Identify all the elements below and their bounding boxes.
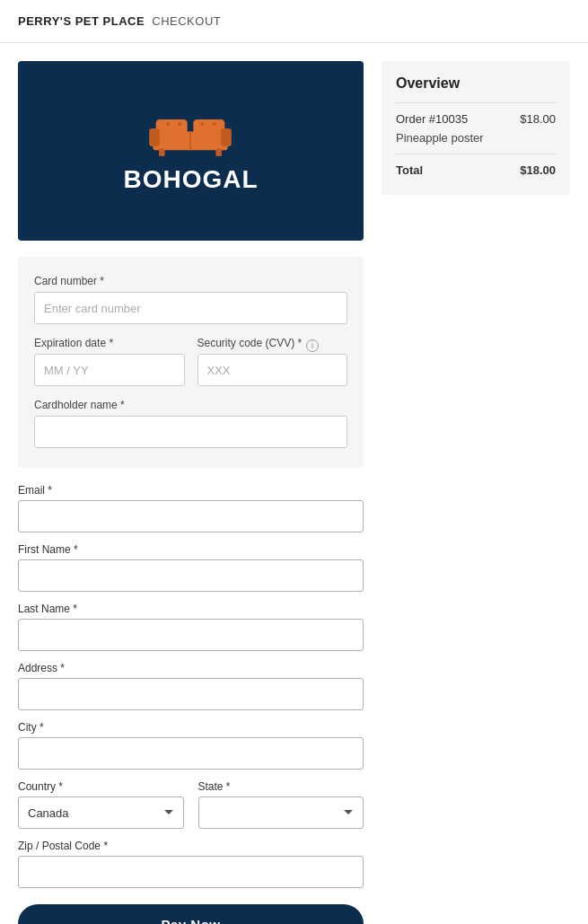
main-content: BOHOGAL Card number * Expiration date * [0,43,588,924]
merchant-logo-box: BOHOGAL [18,61,364,241]
svg-point-10 [201,122,205,126]
cardholder-label: Cardholder name * [34,399,347,411]
expiry-input[interactable] [34,354,185,386]
country-group: Country * Canada United States United Ki… [18,780,184,829]
lastname-group: Last Name * [18,603,364,651]
card-section: Card number * Expiration date * Security… [18,257,364,468]
expiry-label: Expiration date * [34,337,185,349]
overview-total-label: Total [396,163,423,177]
pay-now-button[interactable]: Pay Now [18,904,364,924]
svg-rect-1 [156,119,188,136]
overview-total-row: Total $18.00 [396,163,556,177]
country-select[interactable]: Canada United States United Kingdom Aust… [18,796,184,829]
checkout-label: CHECKOUT [152,14,221,28]
address-input[interactable] [18,678,364,710]
merchant-name: BOHOGAL [123,165,258,194]
email-label: Email * [18,484,364,497]
cvv-input[interactable] [197,354,348,386]
svg-rect-6 [159,148,165,155]
zip-label: Zip / Postal Code * [18,840,364,852]
svg-point-11 [213,122,216,126]
right-column: Overview Order #10035 $18.00 Pineapple p… [382,61,570,195]
city-label: City * [18,721,364,734]
form-section: Email * First Name * Last Name * Address… [18,484,364,924]
email-input[interactable] [18,500,364,532]
card-number-group: Card number * [34,275,347,324]
svg-rect-4 [222,128,233,146]
overview-divider-top [396,102,556,103]
country-state-row: Country * Canada United States United Ki… [18,780,364,829]
cvv-label: Security code (CVV) * [197,337,303,349]
firstname-group: First Name * [18,543,364,592]
country-label: Country * [18,780,184,793]
address-label: Address * [18,662,364,674]
cardholder-group: Cardholder name * [34,399,347,448]
overview-product-name: Pineapple poster [396,131,556,145]
overview-order-row: Order #10035 $18.00 [396,112,556,126]
zip-input[interactable] [18,856,364,888]
svg-point-9 [179,122,182,126]
brand-name: PERRY'S PET PLACE [18,14,145,28]
email-group: Email * [18,484,364,532]
firstname-label: First Name * [18,543,364,556]
overview-box: Overview Order #10035 $18.00 Pineapple p… [382,61,570,195]
overview-title: Overview [396,75,556,92]
overview-order-amount: $18.00 [520,112,556,126]
page-wrapper: PERRY'S PET PLACE CHECKOUT [0,0,588,924]
card-number-input[interactable] [34,292,347,324]
merchant-logo-inner: BOHOGAL [123,109,258,194]
lastname-input[interactable] [18,619,364,651]
cvv-label-row: Security code (CVV) * i [197,337,348,354]
expiry-cvv-row: Expiration date * Security code (CVV) * … [34,337,347,386]
state-label: State * [198,780,364,793]
svg-rect-7 [216,148,223,155]
svg-point-8 [166,122,170,126]
expiry-group: Expiration date * [34,337,185,386]
cvv-info-icon[interactable]: i [306,339,319,352]
sofa-icon [145,109,235,158]
overview-order-label: Order #10035 [396,112,468,126]
svg-rect-2 [194,119,225,136]
overview-total-amount: $18.00 [520,163,556,177]
page-header: PERRY'S PET PLACE CHECKOUT [0,0,588,43]
cvv-group: Security code (CVV) * i [197,337,348,386]
city-group: City * [18,721,364,770]
svg-rect-3 [150,128,161,146]
zip-group: Zip / Postal Code * [18,840,364,888]
left-column: BOHOGAL Card number * Expiration date * [18,61,364,924]
address-group: Address * [18,662,364,710]
city-input[interactable] [18,737,364,770]
overview-divider-bottom [396,154,556,154]
card-number-label: Card number * [34,275,347,287]
state-group: State * AB BC ON QC MB [198,780,364,829]
lastname-label: Last Name * [18,603,364,615]
state-select[interactable]: AB BC ON QC MB [198,796,364,829]
cardholder-input[interactable] [34,416,347,448]
firstname-input[interactable] [18,559,364,592]
